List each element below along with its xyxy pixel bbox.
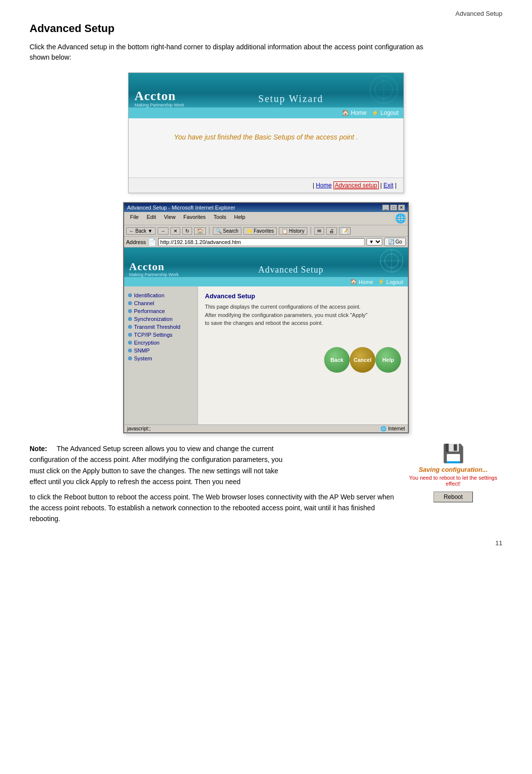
- ie-accton-logo: Accton: [129, 260, 179, 273]
- sidebar-item-encryption[interactable]: Encryption: [128, 339, 194, 347]
- sidebar-label-performance: Performance: [134, 308, 165, 314]
- ie-title-buttons: _ □ ✕: [382, 205, 405, 211]
- bullet-snmp: [128, 349, 132, 352]
- sidebar-label-channel: Channel: [134, 300, 154, 306]
- sidebar-item-tcp-ip-settings[interactable]: TCP/IP Settings: [128, 331, 194, 339]
- wizard-title-area: Setup Wizard: [184, 93, 398, 107]
- internet-icon: 🌐: [380, 426, 386, 431]
- address-label: Address: [126, 239, 146, 245]
- ie-adv-setup-title-area: Advanced Setup: [179, 265, 403, 277]
- bottom-nav-links: | Home Advanced setup | Exit |: [129, 177, 403, 193]
- sidebar-item-channel[interactable]: Channel: [128, 299, 194, 307]
- note-text-continued: to click the Reboot button to reboot the…: [30, 492, 394, 525]
- ie-accton-tagline: Making Partnership Work: [129, 272, 179, 277]
- print-button[interactable]: 🖨: [326, 227, 337, 235]
- ie-minimize-btn[interactable]: _: [382, 205, 389, 211]
- ie-address-bar: Address 📄 ▼ 🔄 Go: [124, 237, 408, 247]
- logout-label: Logout: [380, 109, 399, 116]
- sidebar-item-performance[interactable]: Performance: [128, 307, 194, 315]
- bullet-performance: [128, 309, 132, 313]
- sidebar-item-system[interactable]: System: [128, 354, 194, 362]
- back-round-btn[interactable]: Back: [324, 347, 350, 373]
- ie-close-btn[interactable]: ✕: [398, 205, 405, 211]
- bullet-tcp-ip-settings: [128, 333, 132, 337]
- back-button[interactable]: ← Back ▼: [126, 227, 156, 235]
- menu-edit[interactable]: Edit: [143, 213, 160, 224]
- ie-toolbar: ← Back ▼ → ✕ ↻ 🏠 🔍 Search ⭐ Favorites 📋 …: [124, 225, 408, 237]
- menu-favorites[interactable]: Favorites: [179, 213, 209, 224]
- menu-view[interactable]: View: [160, 213, 180, 224]
- ie-menu-bar: File Edit View Favorites Tools Help 🌐: [124, 212, 408, 225]
- finished-text: You have just finished the Basic Setups …: [138, 133, 394, 141]
- home-button[interactable]: 🏠: [194, 227, 206, 235]
- note-label: Note:: [30, 445, 47, 453]
- go-button[interactable]: 🔄 Go: [384, 238, 406, 246]
- bullet-synchronization: [128, 317, 132, 321]
- ie-accton-logo-area: Accton Making Partnership Work: [129, 260, 179, 277]
- ie-title-text: Advanced Setup - Microsoft Internet Expl…: [127, 205, 235, 211]
- setup-wizard-body: You have just finished the Basic Setups …: [129, 118, 403, 177]
- mail-button[interactable]: ✉: [314, 227, 324, 235]
- action-buttons: Back Cancel Help: [205, 347, 401, 373]
- help-round-btn[interactable]: Help: [375, 347, 401, 373]
- page-title: Advanced Setup: [30, 22, 502, 35]
- note-content: Note: The Advanced Setup screen allows y…: [30, 443, 286, 488]
- sidebar-label-synchronization: Synchronization: [134, 316, 172, 322]
- history-button[interactable]: 📋 History: [279, 227, 307, 235]
- edit-button[interactable]: 📝: [339, 227, 351, 235]
- header-text: Advanced Setup: [456, 10, 502, 17]
- ie-statusbar: javascript:; 🌐 Internet: [124, 424, 408, 432]
- home-nav-link[interactable]: 🏠 Home: [342, 109, 366, 116]
- ie-main-content: Advanced Setup This page displays the cu…: [198, 286, 408, 424]
- refresh-button[interactable]: ↻: [182, 227, 192, 235]
- ie-adv-setup-title: Advanced Setup: [258, 265, 323, 275]
- menu-file[interactable]: File: [126, 213, 143, 224]
- bullet-system: [128, 356, 132, 360]
- ie-accton-header: Accton Making Partnership Work Advanced …: [124, 247, 408, 277]
- sidebar-item-snmp[interactable]: SNMP: [128, 347, 194, 354]
- ie-maximize-btn[interactable]: □: [390, 205, 397, 211]
- note-text-part1: The Advanced Setup screen allows you to …: [30, 445, 283, 486]
- setup-wizard-nav-bar: 🏠 Home ⚡ Logout: [129, 107, 403, 118]
- pipe-3: |: [395, 182, 397, 189]
- reboot-button[interactable]: Reboot: [433, 492, 473, 502]
- intro-paragraph: Click the Advanced setup in the bottom r…: [30, 42, 433, 63]
- favorites-button[interactable]: ⭐ Favorites: [243, 227, 277, 235]
- search-button[interactable]: 🔍 Search: [213, 227, 241, 235]
- ie-logout-link[interactable]: ⚡ Logout: [378, 279, 403, 285]
- forward-button[interactable]: →: [158, 227, 168, 235]
- logout-nav-link[interactable]: ⚡ Logout: [371, 109, 399, 116]
- sidebar-item-identification[interactable]: Identification: [128, 291, 194, 299]
- address-dropdown[interactable]: ▼: [366, 238, 382, 246]
- stop-button[interactable]: ✕: [170, 227, 180, 235]
- ie-nav-bar: 🏠 Home ⚡ Logout: [124, 277, 408, 286]
- sidebar-label-transmit-threshold: Transmit Threshold: [134, 324, 180, 330]
- menu-help[interactable]: Help: [230, 213, 249, 224]
- menu-tools[interactable]: Tools: [210, 213, 231, 224]
- cancel-round-btn[interactable]: Cancel: [350, 347, 375, 373]
- bullet-encryption: [128, 341, 132, 345]
- address-input[interactable]: [158, 238, 365, 246]
- accton-tagline: Making Partnership Work: [134, 103, 184, 107]
- setup-wizard-header: Accton Making Partnership Work Setup Wiz…: [129, 73, 403, 107]
- saving-subtitle: You need to reboot to let the settings e…: [404, 475, 502, 487]
- ie-home-link[interactable]: 🏠 Home: [350, 279, 373, 285]
- exit-bottom-link[interactable]: Exit: [384, 182, 394, 189]
- toolbar-divider-2: [310, 227, 311, 235]
- advanced-setup-bottom-link[interactable]: Advanced setup: [333, 181, 379, 189]
- ie-browser-window: Advanced Setup - Microsoft Internet Expl…: [123, 202, 409, 433]
- ie-status-right: 🌐 Internet: [380, 426, 405, 431]
- home-bottom-link[interactable]: Home: [316, 182, 332, 189]
- wizard-title: Setup Wizard: [258, 93, 323, 104]
- adv-setup-desc: This page displays the current configura…: [205, 303, 401, 327]
- desc-line-1: This page displays the current configura…: [205, 304, 361, 310]
- sidebar-item-transmit-threshold[interactable]: Transmit Threshold: [128, 323, 194, 331]
- page-icon: 📄: [148, 238, 156, 246]
- sidebar-label-system: System: [134, 355, 152, 361]
- ie-content-area: Identification Channel Performance Synch…: [124, 286, 408, 424]
- ie-status-right-text: Internet: [388, 426, 405, 431]
- bullet-identification: [128, 293, 132, 297]
- sidebar-item-synchronization[interactable]: Synchronization: [128, 315, 194, 323]
- sidebar-label-snmp: SNMP: [134, 348, 150, 353]
- ie-logout-label: Logout: [386, 279, 403, 285]
